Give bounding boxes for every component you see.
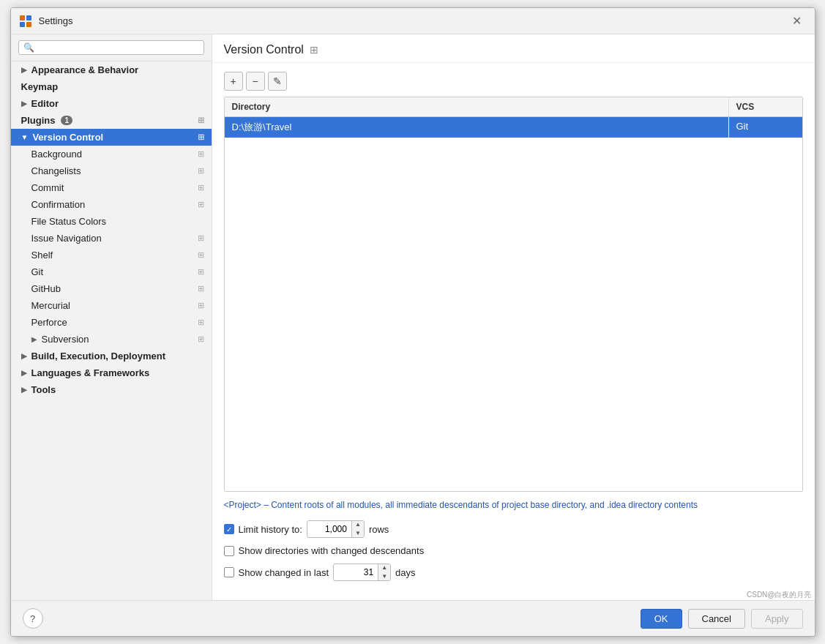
spin-down[interactable]: ▼ xyxy=(352,529,364,538)
page-icon: ⊞ xyxy=(198,116,204,125)
page-icon: ⊞ xyxy=(198,132,204,142)
sidebar-item-appearance[interactable]: ▶ Appearance & Behavior xyxy=(11,61,212,78)
limit-history-checkbox[interactable]: ✓ xyxy=(224,524,234,534)
header-icon: ⊞ xyxy=(310,44,318,56)
show-changed-input[interactable] xyxy=(334,566,378,579)
limit-history-input[interactable] xyxy=(307,523,351,536)
sidebar-item-editor[interactable]: ▶ Editor xyxy=(11,95,212,112)
search-box: 🔍 xyxy=(11,34,212,61)
vcs-table: Directory VCS D:\旅游\Travel Git xyxy=(224,97,803,492)
settings-dialog: Settings ✕ 🔍 ▶ Appearance & Behavior Key… xyxy=(10,7,815,637)
sidebar-item-label: Build, Execution, Deployment xyxy=(31,351,165,362)
page-icon: ⊞ xyxy=(198,166,204,176)
svg-rect-3 xyxy=(26,22,31,27)
sidebar-item-label: Shelf xyxy=(31,250,53,261)
search-icon: 🔍 xyxy=(23,42,34,53)
cell-vcs: Git xyxy=(729,117,802,138)
sidebar-item-label: Keymap xyxy=(21,81,59,92)
sidebar-item-keymap[interactable]: Keymap xyxy=(11,78,212,95)
spin-down[interactable]: ▼ xyxy=(378,572,390,581)
sidebar-item-changelists[interactable]: Changelists ⊞ xyxy=(11,162,212,179)
sidebar-item-tools[interactable]: ▶ Tools xyxy=(11,381,212,398)
sidebar: 🔍 ▶ Appearance & Behavior Keymap ▶ Edito… xyxy=(11,34,212,600)
sidebar-item-plugins[interactable]: Plugins 1 ⊞ xyxy=(11,112,212,129)
show-changed-input-wrap: ▲ ▼ xyxy=(333,564,391,581)
sidebar-item-label: Mercurial xyxy=(31,300,70,311)
limit-history-input-wrap: ▲ ▼ xyxy=(307,520,365,538)
sidebar-item-label: Plugins xyxy=(21,115,56,126)
page-icon: ⊞ xyxy=(198,318,204,327)
page-icon: ⊞ xyxy=(198,233,204,243)
sidebar-item-github[interactable]: GitHub ⊞ xyxy=(11,280,212,297)
edit-button[interactable]: ✎ xyxy=(268,72,287,91)
arrow-icon: ▶ xyxy=(31,335,37,343)
sidebar-item-commit[interactable]: Commit ⊞ xyxy=(11,179,212,196)
plugins-badge: 1 xyxy=(61,116,72,125)
ok-button[interactable]: OK xyxy=(641,609,682,629)
col-vcs: VCS xyxy=(729,97,802,116)
sidebar-item-background[interactable]: Background ⊞ xyxy=(11,146,212,162)
spin-up[interactable]: ▲ xyxy=(378,564,390,572)
show-changed-label-prefix: Show changed in last xyxy=(239,567,329,578)
page-icon: ⊞ xyxy=(198,284,204,293)
sidebar-item-file-status-colors[interactable]: File Status Colors xyxy=(11,213,212,230)
option-show-directories: Show directories with changed descendant… xyxy=(224,545,803,556)
option-limit-history: ✓ Limit history to: ▲ ▼ rows xyxy=(224,520,803,538)
sidebar-item-version-control[interactable]: ▼ Version Control ⊞ xyxy=(11,129,212,146)
remove-button[interactable]: − xyxy=(246,72,265,91)
sidebar-item-mercurial[interactable]: Mercurial ⊞ xyxy=(11,297,212,314)
sidebar-item-label: GitHub xyxy=(31,283,61,294)
cancel-button[interactable]: Cancel xyxy=(688,609,745,629)
sidebar-item-label: Git xyxy=(31,266,44,277)
option-show-changed: Show changed in last ▲ ▼ days xyxy=(224,564,803,581)
cell-directory: D:\旅游\Travel xyxy=(225,117,729,138)
sidebar-item-git[interactable]: Git ⊞ xyxy=(11,263,212,280)
app-icon xyxy=(18,14,33,29)
sidebar-item-shelf[interactable]: Shelf ⊞ xyxy=(11,247,212,263)
add-button[interactable]: + xyxy=(224,72,243,91)
show-changed-label-suffix: days xyxy=(395,567,415,578)
spin-up[interactable]: ▲ xyxy=(352,520,364,529)
show-directories-label: Show directories with changed descendant… xyxy=(239,545,425,556)
sidebar-item-build[interactable]: ▶ Build, Execution, Deployment xyxy=(11,348,212,364)
show-changed-checkbox[interactable] xyxy=(224,567,234,577)
page-icon: ⊞ xyxy=(198,250,204,260)
sidebar-item-issue-navigation[interactable]: Issue Navigation ⊞ xyxy=(11,230,212,247)
arrow-icon: ▶ xyxy=(21,386,27,394)
table-toolbar: + − ✎ xyxy=(224,72,803,91)
search-input-wrap[interactable]: 🔍 xyxy=(18,40,204,55)
close-button[interactable]: ✕ xyxy=(787,11,807,31)
show-directories-checkbox[interactable] xyxy=(224,546,234,556)
col-directory: Directory xyxy=(225,97,729,116)
title-bar: Settings ✕ xyxy=(11,8,815,34)
limit-history-label-suffix: rows xyxy=(369,524,389,535)
help-button[interactable]: ? xyxy=(23,608,43,629)
main-body: + − ✎ Directory VCS D:\旅游\Travel Git xyxy=(212,63,815,590)
sidebar-item-subversion[interactable]: ▶ Subversion ⊞ xyxy=(11,331,212,348)
options-area: ✓ Limit history to: ▲ ▼ rows xyxy=(224,520,803,581)
arrow-icon: ▶ xyxy=(21,100,27,108)
sidebar-item-perforce[interactable]: Perforce ⊞ xyxy=(11,314,212,331)
main-header: Version Control ⊞ xyxy=(212,34,815,63)
sidebar-item-label: Version Control xyxy=(32,132,103,143)
page-icon: ⊞ xyxy=(198,301,204,310)
show-changed-spinners: ▲ ▼ xyxy=(378,564,390,581)
page-icon: ⊞ xyxy=(198,200,204,209)
svg-rect-2 xyxy=(20,22,25,27)
sidebar-item-languages[interactable]: ▶ Languages & Frameworks xyxy=(11,364,212,381)
sidebar-item-label: Confirmation xyxy=(31,199,86,210)
apply-button[interactable]: Apply xyxy=(751,609,803,629)
sidebar-item-label: Editor xyxy=(31,98,59,109)
dialog-title: Settings xyxy=(39,15,787,26)
page-icon: ⊞ xyxy=(198,183,204,192)
table-header: Directory VCS xyxy=(225,97,802,117)
table-row[interactable]: D:\旅游\Travel Git xyxy=(225,117,802,138)
sidebar-item-label: Issue Navigation xyxy=(31,233,102,244)
main-panel: Version Control ⊞ + − ✎ Directory VCS xyxy=(212,34,815,600)
arrow-icon: ▶ xyxy=(21,369,27,377)
sidebar-item-confirmation[interactable]: Confirmation ⊞ xyxy=(11,196,212,213)
search-input[interactable] xyxy=(37,42,199,53)
arrow-icon: ▶ xyxy=(21,66,27,74)
limit-history-spinners: ▲ ▼ xyxy=(351,520,364,538)
page-icon: ⊞ xyxy=(198,149,204,159)
